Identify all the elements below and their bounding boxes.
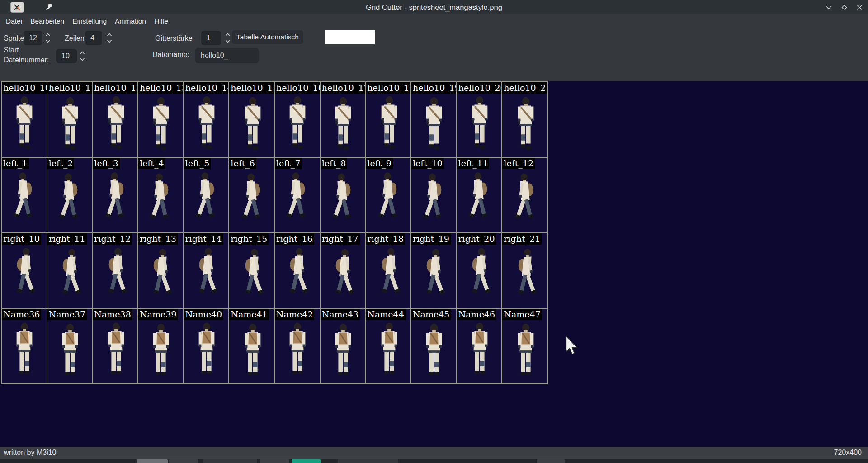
taskbar-segment[interactable] <box>203 459 257 463</box>
grid-cell[interactable]: Name44 <box>366 309 410 383</box>
grid-cell[interactable]: Name38 <box>93 309 137 383</box>
grid-cell[interactable]: left_11 <box>457 158 502 232</box>
grid-cell[interactable]: hello10_11 <box>47 82 92 157</box>
taskbar-segment[interactable] <box>338 459 398 463</box>
statusbar-image-size: 720x400 <box>834 449 862 457</box>
sprite-left <box>514 172 538 229</box>
close-button[interactable] <box>855 3 863 11</box>
grid-cell[interactable]: Name45 <box>411 309 456 383</box>
grid-cell[interactable]: left_1 <box>2 158 47 232</box>
start-dateinummer-spinner[interactable] <box>80 49 87 63</box>
menu-item-animation[interactable]: Animation <box>111 15 150 27</box>
dateiname-input[interactable] <box>195 48 259 63</box>
grid-cell[interactable]: right_12 <box>93 233 137 308</box>
taskbar-segment[interactable] <box>537 459 565 463</box>
grid-cell[interactable]: left_6 <box>229 158 274 232</box>
zeilen-label: Zeilen <box>65 34 85 43</box>
cell-label: Name45 <box>411 309 451 320</box>
chevron-up-icon <box>107 33 112 37</box>
grid-cell[interactable]: left_5 <box>184 158 229 232</box>
taskbar-segment[interactable] <box>260 459 289 463</box>
grid-cell[interactable]: hello10_10 <box>2 82 47 157</box>
grid-cell[interactable]: hello10_14 <box>184 82 229 157</box>
grid-cell[interactable]: right_15 <box>229 233 274 308</box>
sprite-front <box>467 96 492 153</box>
grid-cell[interactable]: right_19 <box>411 233 456 308</box>
zeilen-input[interactable] <box>85 31 102 45</box>
menu-item-datei[interactable]: Datei <box>2 15 26 27</box>
grid-cell[interactable]: hello10_20 <box>457 82 502 157</box>
grid-cell[interactable]: right_13 <box>138 233 183 308</box>
grid-cell[interactable]: Name42 <box>275 309 320 383</box>
tabelle-automatisch-button[interactable]: Tabelle Automatisch <box>232 30 303 44</box>
grid-color-swatch[interactable] <box>326 30 375 44</box>
sprite-front <box>331 97 355 154</box>
cell-label: hello10_20 <box>457 82 502 94</box>
menubar: DateiBearbeitenEinstellungAnimationHilfe <box>0 14 868 28</box>
grid-cell[interactable]: left_12 <box>502 158 547 232</box>
grid-cell[interactable]: Name40 <box>184 309 229 383</box>
zeilen-spinner[interactable] <box>107 31 114 45</box>
grid-cell[interactable]: Name46 <box>457 309 502 383</box>
grid-cell[interactable]: left_2 <box>47 158 92 232</box>
grid-cell[interactable]: right_11 <box>47 233 92 308</box>
chevron-up-icon <box>45 33 51 37</box>
menu-item-hilfe[interactable]: Hilfe <box>150 15 172 27</box>
grid-cell[interactable]: Name47 <box>502 309 547 383</box>
grid-cell[interactable]: hello10_16 <box>275 82 320 157</box>
cell-label: Name39 <box>138 309 178 320</box>
maximize-button[interactable] <box>840 3 848 11</box>
canvas: hello10_10hello10_11hello10_12hello10_13… <box>0 81 868 447</box>
grid-cell[interactable]: left_9 <box>366 158 410 232</box>
start-dateinummer-input[interactable] <box>56 49 77 63</box>
grid-cell[interactable]: left_8 <box>321 158 365 232</box>
menu-item-bearbeiten[interactable]: Bearbeiten <box>26 15 68 27</box>
grid-cell[interactable]: Name36 <box>2 309 47 383</box>
grid-cell[interactable]: hello10_17 <box>321 82 365 157</box>
grid-cell[interactable]: Name37 <box>47 309 92 383</box>
grid-cell[interactable]: Name41 <box>229 309 274 383</box>
cell-label: hello10_19 <box>411 82 456 94</box>
gitterstaerke-spinner[interactable] <box>225 31 232 45</box>
grid-cell[interactable]: right_18 <box>366 233 410 308</box>
cell-label: right_12 <box>93 233 132 245</box>
cell-label: hello10_16 <box>275 82 320 94</box>
grid-cell[interactable]: right_21 <box>502 233 547 308</box>
grid-cell[interactable]: left_3 <box>93 158 137 232</box>
grid-cell[interactable]: right_16 <box>275 233 320 308</box>
sprite-left <box>194 171 219 228</box>
grid-cell[interactable]: hello10_15 <box>229 82 274 157</box>
grid-cell[interactable]: right_14 <box>184 233 229 308</box>
cell-label: right_11 <box>47 233 87 245</box>
grid-cell[interactable]: hello10_21 <box>502 82 547 157</box>
cell-label: Name43 <box>321 309 360 320</box>
cell-label: left_5 <box>184 158 211 169</box>
taskbar-segment[interactable] <box>169 459 198 463</box>
grid-cell[interactable]: Name39 <box>138 309 183 383</box>
taskbar-segment[interactable] <box>137 459 168 463</box>
menu-item-einstellung[interactable]: Einstellung <box>68 15 111 27</box>
pin-icon[interactable] <box>44 3 53 12</box>
taskbar-segment[interactable] <box>292 459 321 463</box>
minimize-button[interactable] <box>825 3 833 11</box>
grid-cell[interactable]: hello10_13 <box>138 82 183 157</box>
grid-cell[interactable]: right_10 <box>2 233 47 308</box>
grid-cell[interactable]: hello10_19 <box>411 82 456 157</box>
grid-cell[interactable]: hello10_12 <box>93 82 137 157</box>
sprite-front <box>285 96 310 153</box>
grid-cell[interactable]: Name43 <box>321 309 365 383</box>
grid-cell[interactable]: left_7 <box>275 158 320 232</box>
window-title: Grid Cutter - spritesheet_mangastyle.png <box>0 0 868 14</box>
spalten-spinner[interactable] <box>45 31 52 45</box>
spalten-input[interactable] <box>24 31 42 45</box>
grid-cell[interactable]: right_17 <box>321 233 365 308</box>
grid-cell[interactable]: hello10_18 <box>366 82 410 157</box>
cell-label: left_4 <box>138 158 165 169</box>
sprite-front-vest <box>58 323 82 380</box>
gitterstaerke-input[interactable] <box>201 31 221 45</box>
grid-cell[interactable]: left_4 <box>138 158 183 232</box>
grid-cell[interactable]: right_20 <box>457 233 502 308</box>
sprite-right <box>285 247 310 304</box>
grid-cell[interactable]: left_10 <box>411 158 456 232</box>
sprite-left <box>377 171 401 228</box>
